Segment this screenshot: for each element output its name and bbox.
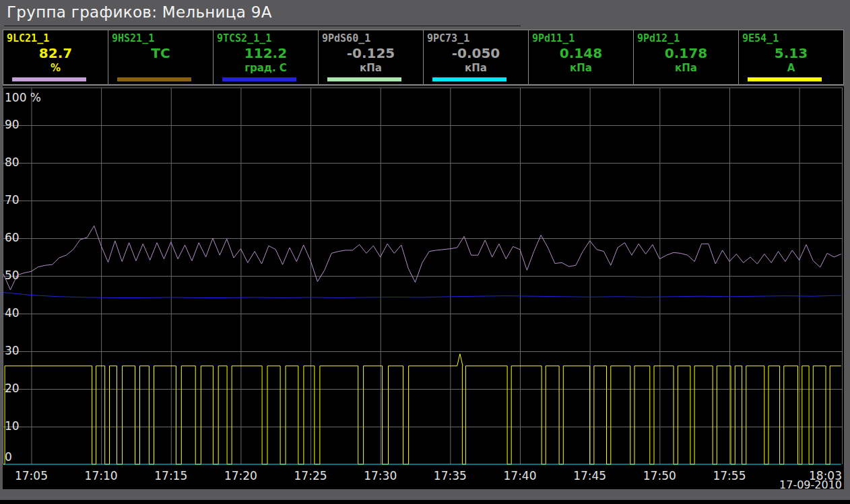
channel-tile-9LC21_1[interactable]: 9LC21_182.7% (3, 30, 108, 84)
channel-value: 0.148 (529, 44, 633, 62)
svg-text:100 %: 100 % (5, 91, 41, 104)
channel-color-bar (643, 77, 717, 81)
svg-text:20: 20 (5, 382, 20, 395)
channel-tile-9PdS60_1[interactable]: 9PdS60_1-0.125кПа (319, 30, 424, 84)
channel-unit: % (3, 62, 108, 75)
channel-tile-9PC73_1[interactable]: 9PC73_1-0.050кПа (424, 30, 529, 84)
channel-unit: кПа (529, 62, 633, 75)
title-bar: Группа графиков: Мельница 9А (0, 0, 850, 28)
channel-color-bar (432, 77, 506, 81)
axis-labels: 100 %908070605040302010017:0517:1017:151… (5, 91, 842, 489)
trend-chart: 100 %908070605040302010017:0517:1017:151… (3, 86, 844, 489)
svg-text:17:40: 17:40 (504, 469, 537, 482)
bottom-edge (0, 500, 850, 504)
channel-tile-9TCS2_1_1[interactable]: 9TCS2_1_1112.2град. С (214, 30, 319, 84)
svg-text:17:20: 17:20 (224, 469, 257, 482)
svg-text:80: 80 (5, 155, 20, 169)
channel-unit: кПа (634, 62, 738, 75)
channel-tag: 9Pd12_1 (634, 30, 738, 44)
channel-color-bar (327, 77, 401, 81)
date-label: 17-09-2010 (779, 478, 842, 489)
channel-tag: 9TCS2_1_1 (214, 30, 318, 44)
channel-value: 82.7 (3, 44, 108, 62)
channel-unit: град. С (214, 62, 318, 75)
channel-color-bar (537, 77, 612, 81)
svg-text:17:30: 17:30 (364, 469, 397, 482)
svg-text:10: 10 (5, 419, 20, 433)
channel-color-bar (748, 77, 822, 81)
series-9E54_1 (3, 354, 841, 464)
series-9TCS2_1_1 (3, 293, 841, 298)
svg-text:70: 70 (5, 193, 20, 207)
channel-tile-9HS21_1[interactable]: 9HS21_1TC (108, 30, 214, 84)
channel-tile-9E54_1[interactable]: 9E54_15.13A (739, 30, 843, 84)
svg-text:90: 90 (5, 118, 20, 131)
channel-value: 5.13 (739, 44, 843, 62)
svg-text:30: 30 (5, 344, 20, 357)
channel-value: TC (108, 44, 213, 62)
svg-text:17:05: 17:05 (15, 469, 48, 482)
channel-value: 0.178 (634, 44, 738, 62)
trend-plot-area[interactable]: 100 %908070605040302010017:0517:1017:151… (3, 86, 844, 489)
svg-text:60: 60 (5, 231, 20, 244)
svg-text:0: 0 (5, 450, 12, 464)
channel-tag: 9PdS60_1 (319, 30, 423, 44)
channel-color-bar (12, 77, 86, 81)
svg-text:17:25: 17:25 (294, 469, 327, 482)
channel-unit: кПа (424, 62, 528, 75)
svg-text:17:15: 17:15 (154, 469, 187, 482)
channel-tag: 9LC21_1 (3, 30, 108, 44)
channel-color-bar (117, 77, 191, 81)
svg-text:17:50: 17:50 (643, 469, 676, 482)
channel-value: -0.125 (319, 44, 423, 62)
channel-value: 112.2 (214, 44, 318, 62)
svg-text:17:45: 17:45 (573, 469, 606, 482)
svg-text:40: 40 (5, 306, 20, 320)
title-underline (4, 26, 521, 26)
channel-value: -0.050 (424, 44, 528, 62)
channel-tiles: 9LC21_182.7%9HS21_1TC9TCS2_1_1112.2град.… (3, 30, 844, 85)
channel-color-bar (222, 77, 296, 81)
series-9LC21_1 (3, 226, 841, 290)
page-title: Группа графиков: Мельница 9А (7, 3, 272, 21)
svg-text:17:55: 17:55 (713, 469, 746, 482)
svg-text:17:35: 17:35 (434, 469, 467, 482)
channel-tag: 9E54_1 (739, 30, 843, 44)
channel-tag: 9HS21_1 (108, 30, 213, 44)
channel-tag: 9PC73_1 (424, 30, 528, 44)
channel-tile-9Pd12_1[interactable]: 9Pd12_10.178кПа (634, 30, 739, 84)
channel-tile-9Pd11_1[interactable]: 9Pd11_10.148кПа (529, 30, 634, 84)
channel-unit: кПа (319, 62, 423, 75)
channel-unit: A (739, 62, 843, 75)
channel-tag: 9Pd11_1 (529, 30, 633, 44)
svg-text:17:10: 17:10 (85, 469, 118, 482)
